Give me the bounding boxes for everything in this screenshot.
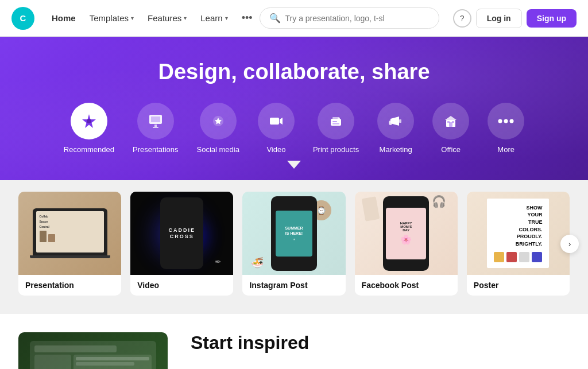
hero-section: Design, collaborate, share Recommended [0,37,588,180]
learn-chevron-icon: ▾ [225,15,228,21]
arrow-down-icon [287,161,301,169]
hero-icon-grid: Recommended Presentations [11,103,577,154]
nav-templates-label: Templates [90,13,129,23]
hero-icon-social-media[interactable]: Social media [197,103,239,154]
hero-icon-print-products[interactable]: Print products [313,103,359,154]
template-card-presentation[interactable]: Collab Space Central Presentation [18,192,121,296]
nav-templates[interactable]: Templates ▾ [83,9,141,28]
office-icon-circle [432,103,469,139]
nav-home-label: Home [52,13,76,23]
nav-features-label: Features [148,13,181,23]
video-label: Video [266,145,285,154]
search-icon: 🔍 [269,13,281,24]
social-media-label: Social media [197,145,239,154]
svg-rect-16 [452,121,454,123]
svg-rect-8 [332,121,337,122]
nav-learn[interactable]: Learn ▾ [194,9,234,28]
facebook-post-label: Facebook Post [355,275,458,296]
screenshot-inner: Create design [18,332,168,369]
recommended-icon-circle [71,103,107,139]
svg-rect-14 [449,122,452,127]
logo-text: C [20,13,26,23]
bottom-text-area: Start inspired [191,332,570,354]
navbar: C Home Templates ▾ Features ▾ Learn ▾ ••… [0,0,588,37]
svg-rect-10 [338,118,340,120]
hero-icon-video[interactable]: Video [258,103,295,154]
hero-arrow [11,161,577,169]
nav-features[interactable]: Features ▾ [141,9,194,28]
svg-rect-4 [153,127,158,128]
templates-chevron-icon: ▾ [131,15,134,21]
features-chevron-icon: ▾ [184,15,187,21]
bottom-screenshot: Create design [18,332,168,369]
templates-grid: Collab Space Central Presentation [18,192,570,296]
svg-rect-15 [447,121,450,123]
search-input[interactable] [285,14,430,23]
hero-icon-marketing[interactable]: Marketing [377,103,414,154]
poster-label: Poster [467,275,570,296]
start-inspired-title: Start inspired [191,332,570,354]
template-card-instagram[interactable]: SUMMERIS HERE! ☀ ⌚ 🍜 Instagram Post [242,192,345,296]
recommended-label: Recommended [64,145,114,154]
presentation-label: Presentation [18,275,121,296]
svg-point-12 [389,121,392,125]
template-card-poster[interactable]: SHOWYOURTRUECOLORS.PROUDLY.BRIGHTLY. Pos… [467,192,570,296]
hero-icon-more[interactable]: More [488,103,524,154]
svg-point-19 [510,119,514,123]
chevron-right-icon: › [568,239,571,248]
hero-icon-office[interactable]: Office [432,103,469,154]
video-label: Video [130,275,233,296]
help-icon: ? [460,14,465,23]
hero-title: Design, collaborate, share [11,60,577,84]
print-products-label: Print products [313,145,359,154]
more-icon-circle [488,103,524,139]
template-card-facebook[interactable]: HAPPYMOM'SDAY 🌸 🎧 Facebook Post [355,192,458,296]
social-media-icon-circle [200,103,237,139]
marketing-label: Marketing [380,145,412,154]
nav-learn-label: Learn [200,13,222,23]
more-label: More [497,145,514,154]
svg-rect-3 [154,125,157,127]
svg-point-18 [504,119,508,123]
nav-more-button[interactable]: ••• [235,7,260,29]
search-bar[interactable]: 🔍 [260,7,439,29]
login-button[interactable]: Log in [476,9,522,28]
svg-point-17 [498,119,502,123]
video-icon-circle [258,103,295,139]
carousel-next-button[interactable]: › [560,235,579,253]
presentations-label: Presentations [133,145,179,154]
svg-rect-5 [270,118,279,125]
instagram-post-label: Instagram Post [242,275,345,296]
nav-home[interactable]: Home [45,9,83,28]
hero-icon-presentations[interactable]: Presentations [133,103,179,154]
svg-rect-2 [151,116,160,122]
templates-section: Collab Space Central Presentation [0,180,588,314]
more-dots-icon: ••• [242,12,253,24]
hero-icon-recommended[interactable]: Recommended [64,103,114,154]
svg-point-0 [87,119,91,123]
svg-rect-11 [399,119,401,123]
help-button[interactable]: ? [453,9,471,28]
marketing-icon-circle [377,103,414,139]
template-card-video[interactable]: CADDIECROSS ✒ Video [130,192,233,296]
presentations-icon-circle [137,103,174,139]
svg-rect-9 [332,123,339,125]
office-label: Office [441,145,461,154]
canva-logo[interactable]: C [11,7,34,30]
print-products-icon-circle [318,103,354,139]
signup-button[interactable]: Sign up [527,9,577,28]
bottom-section: Create design Start inspired [0,314,588,369]
